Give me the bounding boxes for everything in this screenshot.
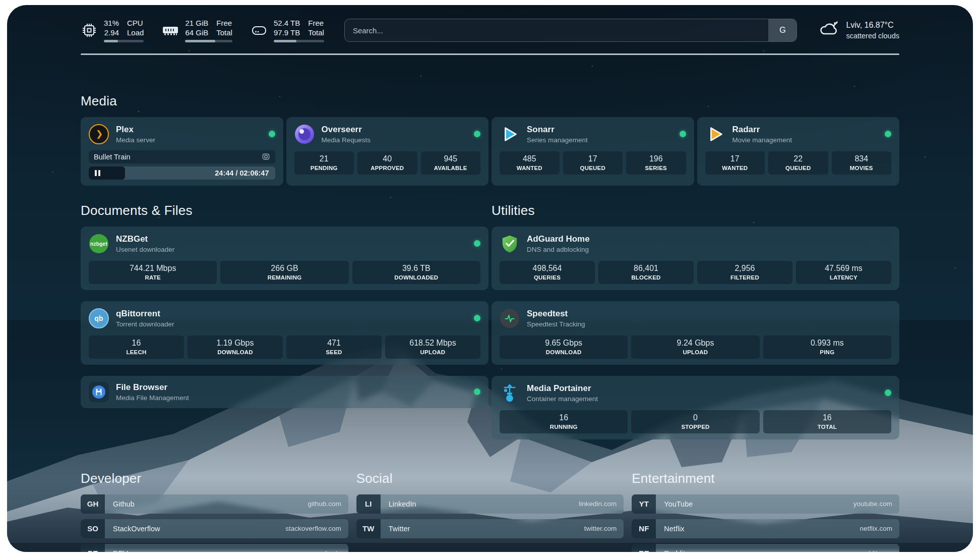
nzbget-icon: nzbget xyxy=(89,234,109,254)
speedtest-subtitle: Speedtest Tracking xyxy=(527,320,585,328)
bookmark-abbr: YT xyxy=(632,494,656,514)
radarr-subtitle: Movie management xyxy=(732,136,792,144)
search-provider-button[interactable]: G xyxy=(768,19,797,41)
memory-icon xyxy=(162,22,179,39)
nzbget-subtitle: Usenet downloader xyxy=(116,245,174,254)
bookmark-name: Reddit xyxy=(664,549,685,552)
memory-widget: 21 GiB Free 64 GiB Total xyxy=(162,18,232,42)
bookmark-abbr: DT xyxy=(81,544,105,552)
bookmark-netflix[interactable]: NF Netflix netflix.com xyxy=(632,519,899,538)
overseerr-stat-available: 945 AVAILABLE xyxy=(421,151,481,175)
filebrowser-subtitle: Media File Management xyxy=(116,394,189,402)
dashboard: 31% CPU 2.94 Load xyxy=(7,5,973,552)
overseerr-stat-approved: 40 APPROVED xyxy=(357,151,417,175)
portainer-subtitle: Container management xyxy=(527,395,598,403)
adguard-stat-queries: 498,564 QUERIES xyxy=(500,261,595,284)
portainer-stat-running: 16 RUNNING xyxy=(500,410,628,433)
plex-card[interactable]: Plex Media server Bullet Train xyxy=(81,117,283,186)
speedtest-icon xyxy=(500,308,520,328)
bookmark-reddit[interactable]: RE Reddit reddit.com xyxy=(632,544,899,552)
section-title-social: Social xyxy=(356,471,624,486)
radarr-card[interactable]: Radarr Movie management 17 WANTED 22 QUE… xyxy=(697,117,900,186)
plex-progress-fill xyxy=(89,166,125,180)
radarr-icon xyxy=(705,124,725,144)
overseerr-subtitle: Media Requests xyxy=(322,136,371,144)
section-title-utilities: Utilities xyxy=(492,203,899,218)
video-icon xyxy=(262,152,270,161)
nzbget-stat-remaining: 266 GB REMAINING xyxy=(220,261,348,284)
cpu-icon xyxy=(81,22,98,39)
plex-status-dot xyxy=(269,131,275,137)
cpu-label: CPU xyxy=(127,18,144,28)
cpu-widget: 31% CPU 2.94 Load xyxy=(81,18,144,42)
plex-icon xyxy=(89,124,109,144)
top-bar: 31% CPU 2.94 Load xyxy=(81,5,899,42)
bookmark-name: YouTube xyxy=(664,500,693,508)
radarr-stat-movies: 834 MOVIES xyxy=(832,151,892,175)
filebrowser-status-dot xyxy=(474,388,480,395)
qbittorrent-stat-upload: 618.52 Mbps UPLOAD xyxy=(385,336,480,359)
cloud-icon xyxy=(817,18,839,42)
speedtest-card[interactable]: Speedtest Speedtest Tracking 9.65 Gbps D… xyxy=(492,301,899,365)
memory-free-label: Free xyxy=(216,18,232,28)
sonarr-stat-queued: 17 QUEUED xyxy=(563,151,623,175)
bookmark-abbr: LI xyxy=(356,494,381,514)
overseerr-card[interactable]: Overseerr Media Requests 21 PENDING 40 A… xyxy=(286,117,489,186)
overseerr-stat-pending: 21 PENDING xyxy=(294,151,354,175)
adguard-subtitle: DNS and adblocking xyxy=(527,245,590,254)
bookmark-youtube[interactable]: YT YouTube youtube.com xyxy=(632,494,899,514)
bookmark-github[interactable]: GH Github github.com xyxy=(81,494,348,514)
sonarr-stat-series: 196 SERIES xyxy=(626,151,686,175)
qbittorrent-card[interactable]: qb qBittorrent Torrent downloader 16 xyxy=(81,301,488,365)
bookmark-dev[interactable]: DT DEV dev.to xyxy=(81,544,348,552)
sonarr-name: Sonarr xyxy=(527,124,588,135)
cpu-percent: 31% xyxy=(104,18,119,28)
plex-name: Plex xyxy=(116,124,155,135)
qbittorrent-status-dot xyxy=(474,315,480,321)
weather-widget: Lviv, 16.87°C scattered clouds xyxy=(817,18,899,42)
snow-specks xyxy=(7,5,8,6)
bookmark-twitter[interactable]: TW Twitter twitter.com xyxy=(356,519,624,538)
radarr-stat-wanted: 17 WANTED xyxy=(705,151,765,175)
section-title-entertainment: Entertainment xyxy=(632,471,899,486)
sonarr-card[interactable]: Sonarr Series management 485 WANTED 17 Q… xyxy=(492,117,694,186)
nzbget-stat-downloaded: 39.6 TB DOWNLOADED xyxy=(352,261,480,284)
section-title-media: Media xyxy=(81,93,899,109)
portainer-card[interactable]: Media Portainer Container management 16 … xyxy=(492,376,899,439)
nzbget-stat-rate: 744.21 Mbps RATE xyxy=(89,261,217,284)
bookmark-abbr: NF xyxy=(632,519,656,538)
sonarr-subtitle: Series management xyxy=(527,136,588,144)
portainer-stat-total: 16 TOTAL xyxy=(763,410,891,433)
memory-free-value: 21 GiB xyxy=(185,18,208,28)
bookmark-linkedin[interactable]: LI LinkedIn linkedin.com xyxy=(356,494,624,514)
cpu-load-label: Load xyxy=(127,28,144,37)
bookmark-abbr: SO xyxy=(81,519,105,538)
disk-icon xyxy=(251,22,268,39)
bookmark-url: twitter.com xyxy=(584,525,617,532)
resource-widgets: 31% CPU 2.94 Load xyxy=(81,18,324,42)
screenshot-frame: 31% CPU 2.94 Load xyxy=(0,0,980,557)
cpu-progress-bar xyxy=(104,40,144,42)
search-input[interactable] xyxy=(345,19,769,41)
nzbget-status-dot xyxy=(474,240,480,247)
bookmark-stackoverflow[interactable]: SO StackOverflow stackoverflow.com xyxy=(81,519,348,538)
disk-progress-bar xyxy=(274,40,324,42)
portainer-icon xyxy=(500,383,520,403)
plex-now-playing-row: Bullet Train xyxy=(89,150,275,163)
bookmark-name: Github xyxy=(113,500,135,508)
plex-playback-progress: 24:44 / 02:06:47 xyxy=(89,166,275,180)
cpu-progress-fill xyxy=(104,40,118,42)
filebrowser-card[interactable]: File Browser Media File Management xyxy=(81,376,488,408)
pause-icon xyxy=(95,170,100,176)
cpu-load-value: 2.94 xyxy=(104,28,119,37)
qbittorrent-stat-download: 1.19 Gbps DOWNLOAD xyxy=(188,336,283,359)
adguard-stat-latency: 47.569 ms LATENCY xyxy=(796,261,891,284)
bookmark-url: dev.to xyxy=(323,549,341,552)
bookmark-url: linkedin.com xyxy=(579,500,617,508)
overseerr-status-dot xyxy=(474,131,480,137)
bookmark-abbr: GH xyxy=(81,494,105,514)
adguard-card[interactable]: AdGuard Home DNS and adblocking 498,564 … xyxy=(492,227,899,290)
nzbget-card[interactable]: nzbget NZBGet Usenet downloader 744.21 M… xyxy=(81,227,488,290)
qbittorrent-stat-seed: 471 SEED xyxy=(286,336,382,359)
filebrowser-icon xyxy=(89,382,109,402)
